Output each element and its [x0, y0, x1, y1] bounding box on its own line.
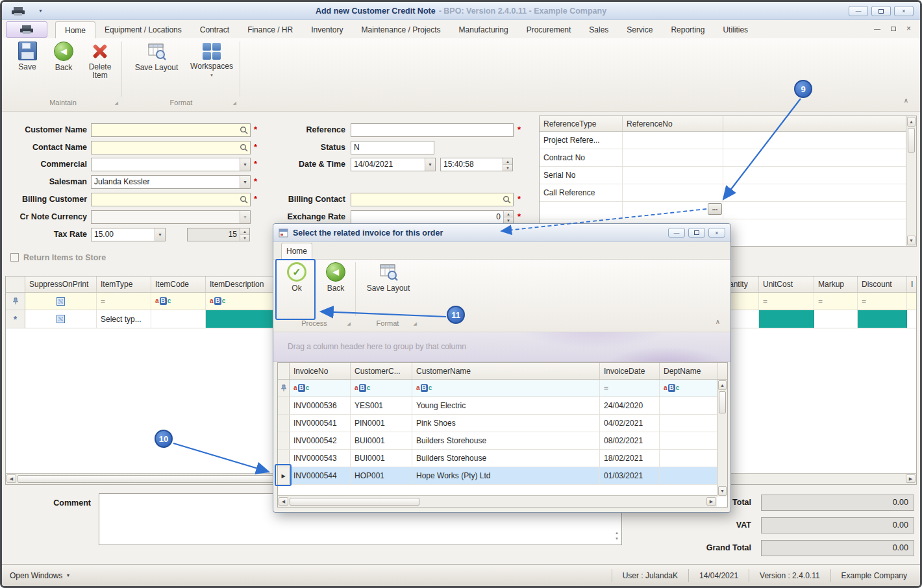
col-clipped[interactable]: I: [907, 276, 917, 292]
col-item-code[interactable]: ItemCode: [151, 276, 206, 292]
scroll-left-icon[interactable]: ◀: [279, 497, 288, 506]
mdi-close-icon[interactable]: ×: [906, 24, 911, 33]
back-button[interactable]: ◀ Back: [46, 42, 81, 72]
tab-utilities[interactable]: Utilities: [714, 21, 757, 38]
col-discount[interactable]: Discount: [858, 276, 907, 292]
dialog-minimize-button[interactable]: —: [668, 228, 685, 238]
equals-filter-icon[interactable]: =: [818, 297, 823, 306]
col-suppress-on-print[interactable]: SuppressOnPrint: [25, 276, 97, 292]
collapse-ribbon-icon[interactable]: ∧: [904, 97, 908, 104]
dialog-ok-button[interactable]: ✓ Ok: [280, 262, 314, 293]
col-invoice-date[interactable]: InvoiceDate: [600, 363, 660, 379]
abc-filter-icon[interactable]: aBc: [210, 297, 225, 305]
search-icon[interactable]: [503, 195, 511, 204]
mdi-minimize-icon[interactable]: —: [874, 25, 880, 32]
scroll-up-icon[interactable]: ▲: [907, 117, 916, 127]
search-icon[interactable]: [240, 143, 248, 152]
spinner-arrows-icon[interactable]: ▲▼: [503, 158, 512, 171]
tab-service[interactable]: Service: [617, 21, 662, 38]
equals-filter-icon[interactable]: =: [604, 384, 608, 393]
billing-customer-field[interactable]: [91, 193, 251, 206]
spinner-arrows-icon[interactable]: ▲▼: [503, 211, 513, 223]
col-dept-name[interactable]: DeptName: [660, 363, 718, 379]
tab-procurement[interactable]: Procurement: [517, 21, 580, 38]
open-windows-button[interactable]: Open Windows▼: [10, 565, 70, 586]
checkbox-filter-icon[interactable]: [56, 297, 65, 306]
invoice-grid-hscrollbar[interactable]: ◀ ▶: [278, 495, 717, 507]
save-button[interactable]: Save: [10, 42, 45, 71]
return-items-checkbox[interactable]: [10, 253, 19, 262]
reference-grid-vscrollbar[interactable]: ▲ ▼: [906, 116, 916, 246]
equals-filter-icon[interactable]: =: [101, 297, 105, 306]
maximize-button[interactable]: [871, 6, 891, 16]
reference-browse-button[interactable]: ...: [708, 203, 722, 215]
collapse-ribbon-icon[interactable]: ∧: [716, 318, 720, 325]
contact-name-field[interactable]: [91, 141, 251, 154]
reference-edit-row[interactable]: [540, 202, 916, 219]
search-icon[interactable]: [240, 126, 248, 134]
dropdown-arrow-icon[interactable]: ▼: [425, 158, 435, 171]
application-menu-button[interactable]: [6, 21, 47, 38]
col-reference-type[interactable]: ReferenceType: [540, 116, 623, 131]
scroll-thumb[interactable]: [908, 128, 915, 153]
dialog-close-button[interactable]: ×: [708, 228, 725, 238]
reference-field[interactable]: [351, 123, 514, 137]
col-item-type[interactable]: ItemType: [97, 276, 151, 292]
delete-item-button[interactable]: Delete Item: [82, 42, 118, 80]
tax-rate-spinner[interactable]: 15 ▲▼: [187, 228, 250, 241]
abc-filter-icon[interactable]: aBc: [155, 297, 171, 305]
scroll-right-icon[interactable]: ▶: [906, 474, 916, 483]
dialog-tab-home[interactable]: Home: [281, 243, 312, 260]
col-unit-cost[interactable]: UnitCost: [759, 276, 814, 292]
tab-contract[interactable]: Contract: [191, 21, 238, 38]
scroll-thumb[interactable]: [719, 391, 726, 413]
reference-row[interactable]: Call Reference: [540, 184, 916, 202]
tab-home[interactable]: Home: [55, 21, 95, 38]
dropdown-arrow-icon[interactable]: ▼: [240, 158, 250, 171]
cr-note-currency-dropdown[interactable]: ▼: [91, 210, 251, 224]
reference-row[interactable]: Project Refere...: [540, 132, 916, 149]
abc-filter-icon[interactable]: aBc: [664, 384, 679, 392]
tab-finance-hr[interactable]: Finance / HR: [238, 21, 302, 38]
scroll-down-icon[interactable]: ▼: [718, 486, 727, 496]
equals-filter-icon[interactable]: =: [862, 297, 866, 306]
group-launcher-icon[interactable]: ◢: [347, 321, 351, 326]
date-field[interactable]: 14/04/2021 ▼: [351, 158, 436, 171]
col-invoice-no[interactable]: InvoiceNo: [290, 363, 351, 379]
customer-name-field[interactable]: [91, 123, 251, 137]
invoice-row[interactable]: INV0000542 BUI0001 Builders Storehouse 0…: [278, 432, 727, 450]
invoice-row-selected[interactable]: ▶ INV0000544 HOP001 Hope Works (Pty) Ltd…: [278, 467, 727, 485]
tab-sales[interactable]: Sales: [580, 21, 617, 38]
scroll-up-icon[interactable]: ▲: [718, 380, 727, 390]
abc-filter-icon[interactable]: aBc: [293, 384, 309, 392]
dropdown-arrow-icon[interactable]: ▼: [240, 176, 250, 188]
mdi-restore-icon[interactable]: [891, 27, 896, 31]
col-customer-name[interactable]: CustomerName: [412, 363, 600, 379]
invoice-row[interactable]: INV0000543 BUI0001 Builders Storehouse 1…: [278, 450, 727, 467]
invoice-grid-vscrollbar[interactable]: ▲ ▼: [717, 380, 727, 496]
invoice-row[interactable]: INV0000541 PIN0001 Pink Shoes 04/02/2021: [278, 415, 727, 432]
dialog-back-button[interactable]: ◀ Back: [319, 262, 353, 293]
tax-rate-dropdown[interactable]: 15.00 ▼: [91, 228, 166, 241]
workspaces-button[interactable]: Workspaces ▼: [189, 42, 234, 80]
commercial-dropdown[interactable]: ▼: [91, 158, 251, 171]
tab-manufacturing[interactable]: Manufacturing: [450, 21, 517, 38]
tab-equipment-locations[interactable]: Equipment / Locations: [95, 21, 191, 38]
search-icon[interactable]: [240, 195, 248, 204]
col-customer-code[interactable]: CustomerC...: [351, 363, 412, 379]
col-reference-no[interactable]: ReferenceNo: [623, 116, 723, 131]
scroll-left-icon[interactable]: ◀: [6, 474, 16, 483]
exchange-rate-field[interactable]: 0 ▲▼: [351, 210, 514, 224]
group-launcher-icon[interactable]: ◢: [414, 321, 417, 326]
group-launcher-icon[interactable]: ◢: [115, 101, 118, 106]
col-markup[interactable]: Markup: [814, 276, 858, 292]
invoice-row[interactable]: INV0000536 YES001 Young Electric 24/04/2…: [278, 397, 727, 415]
abc-filter-icon[interactable]: aBc: [355, 384, 370, 392]
time-field[interactable]: 15:40:58 ▲▼: [440, 158, 513, 171]
dialog-maximize-button[interactable]: [688, 228, 705, 238]
discount-cell[interactable]: [858, 310, 907, 328]
comment-scroll-icons[interactable]: ▲▼: [613, 531, 621, 541]
reference-row[interactable]: Serial No: [540, 167, 916, 184]
tab-reporting[interactable]: Reporting: [662, 21, 714, 38]
group-launcher-icon[interactable]: ◢: [233, 101, 236, 106]
